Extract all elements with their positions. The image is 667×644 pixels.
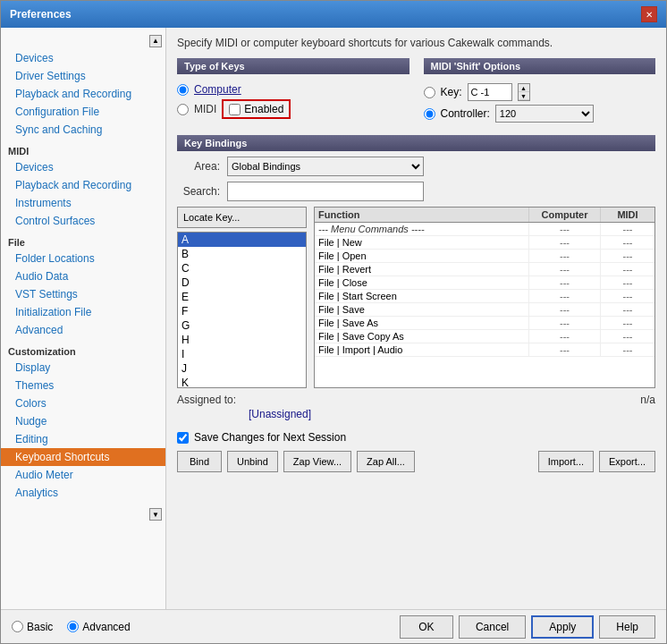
sidebar-item[interactable]: Display — [1, 359, 165, 377]
key-radio[interactable] — [424, 87, 435, 98]
midi-shift-options: Key: ▲ ▼ Controller: 120 — [424, 80, 656, 126]
bottom-buttons: OK Cancel Apply Help — [400, 615, 655, 639]
main-panel: Specify MIDI or computer keyboard shortc… — [166, 28, 666, 609]
sidebar-item[interactable]: Audio Data — [1, 267, 165, 285]
computer-radio-row: Computer — [177, 83, 409, 96]
bind-button[interactable]: Bind — [177, 451, 222, 472]
import-button[interactable]: Import... — [538, 451, 594, 472]
spin-down[interactable]: ▼ — [519, 92, 529, 100]
save-row: Save Changes for Next Session — [177, 431, 655, 444]
type-of-keys-header: Type of Keys — [177, 58, 409, 74]
save-changes-checkbox[interactable] — [177, 432, 189, 444]
sidebar-item[interactable]: Analytics — [1, 484, 165, 502]
keys-listbox-item[interactable]: H — [178, 333, 306, 347]
table-row[interactable]: File | Import | Audio------ — [315, 343, 654, 357]
area-select[interactable]: Global Bindings — [227, 157, 424, 176]
sidebar-item[interactable]: Colors — [1, 394, 165, 412]
sidebar-item[interactable]: Instruments — [1, 194, 165, 212]
sidebar-item[interactable]: Devices — [1, 158, 165, 176]
keys-listbox-item[interactable]: G — [178, 318, 306, 333]
sidebar-item[interactable]: Nudge — [1, 412, 165, 430]
table-header-row: Function Computer MIDI — [315, 208, 654, 223]
assigned-row: Assigned to: n/a — [177, 394, 655, 406]
controller-select[interactable]: 120 — [495, 105, 594, 123]
td-midi: --- — [601, 276, 654, 289]
key-input[interactable] — [468, 83, 512, 101]
help-button[interactable]: Help — [599, 615, 655, 639]
keys-listbox-item[interactable]: A — [178, 233, 306, 247]
save-changes-label[interactable]: Save Changes for Next Session — [194, 431, 346, 444]
table-row[interactable]: File | Open------ — [315, 250, 654, 263]
td-computer: --- — [529, 250, 601, 262]
keys-listbox-item[interactable]: I — [178, 347, 306, 361]
keys-listbox-item[interactable]: B — [178, 247, 306, 261]
keys-listbox[interactable]: ABCDEFGHIJKLM — [177, 232, 307, 388]
sidebar-item[interactable]: Editing — [1, 430, 165, 448]
enabled-checkbox[interactable] — [229, 104, 241, 115]
td-midi: --- — [601, 236, 654, 249]
keys-listbox-item[interactable]: D — [178, 275, 306, 290]
sidebar-item[interactable]: Control Surfaces — [1, 212, 165, 230]
sidebar-item[interactable]: Sync and Caching — [1, 121, 165, 139]
advanced-label: Advanced — [82, 621, 130, 633]
keys-listbox-item[interactable]: C — [178, 261, 306, 275]
key-spinner[interactable]: ▲ ▼ — [518, 83, 530, 101]
computer-radio[interactable] — [177, 84, 189, 96]
sidebar-item-keyboard-shortcuts[interactable]: Keyboard Shortcuts — [1, 448, 165, 466]
sidebar-item[interactable]: Driver Settings — [1, 67, 165, 85]
td-function: File | Revert — [315, 263, 529, 275]
td-midi: --- — [601, 343, 654, 356]
controller-radio[interactable] — [424, 108, 435, 120]
table-row[interactable]: File | Close------ — [315, 276, 654, 290]
apply-button[interactable]: Apply — [531, 615, 594, 639]
keys-listbox-item[interactable]: J — [178, 361, 306, 376]
midi-radio-label[interactable]: MIDI — [194, 103, 216, 115]
keys-listbox-item[interactable]: E — [178, 290, 306, 304]
keys-listbox-item[interactable]: K — [178, 376, 306, 388]
close-button[interactable]: ✕ — [641, 6, 657, 22]
sidebar-scroll-down[interactable]: ▼ — [149, 508, 162, 521]
sidebar-item[interactable]: Playback and Recording — [1, 176, 165, 194]
td-computer: --- — [529, 263, 601, 275]
sidebar-item[interactable]: Audio Meter — [1, 466, 165, 484]
assigned-value: [Unassigned] — [249, 408, 311, 420]
sidebar-item[interactable]: Advanced — [1, 321, 165, 339]
td-computer: --- — [529, 330, 601, 343]
sidebar-item[interactable]: Playback and Recording — [1, 85, 165, 103]
midi-radio[interactable] — [177, 104, 189, 115]
ok-button[interactable]: OK — [400, 615, 453, 639]
zap-view-button[interactable]: Zap View... — [283, 451, 351, 472]
table-row[interactable]: File | Start Screen------ — [315, 290, 654, 303]
table-row[interactable]: File | Save------ — [315, 303, 654, 317]
sidebar-item[interactable]: Folder Locations — [1, 250, 165, 267]
cancel-button[interactable]: Cancel — [459, 615, 526, 639]
zap-all-button[interactable]: Zap All... — [357, 451, 415, 472]
table-row[interactable]: File | Revert------ — [315, 263, 654, 276]
table-scroll[interactable]: --- Menu Commands ----------File | New--… — [315, 223, 654, 387]
basic-radio[interactable] — [12, 621, 23, 632]
table-row[interactable]: File | Save As------ — [315, 317, 654, 330]
locate-key-button[interactable]: Locate Key... — [177, 207, 307, 228]
td-function: File | New — [315, 236, 529, 249]
spin-up[interactable]: ▲ — [519, 84, 529, 92]
unbind-button[interactable]: Unbind — [227, 451, 278, 472]
sidebar-section-midi: MIDI — [1, 142, 165, 158]
sidebar-item[interactable]: Initialization File — [1, 303, 165, 321]
advanced-radio[interactable] — [67, 621, 79, 632]
function-table-panel: Function Computer MIDI --- Menu Commands… — [314, 207, 655, 388]
table-row[interactable]: --- Menu Commands ---------- — [315, 223, 654, 236]
table-row[interactable]: File | Save Copy As------ — [315, 330, 654, 343]
td-midi: --- — [601, 223, 654, 235]
sidebar-item[interactable]: Configuration File — [1, 103, 165, 121]
sidebar-item[interactable]: Themes — [1, 377, 165, 394]
export-button[interactable]: Export... — [599, 451, 655, 472]
enabled-label[interactable]: Enabled — [244, 103, 283, 115]
sidebar-scroll-up[interactable]: ▲ — [149, 35, 162, 47]
keys-listbox-item[interactable]: F — [178, 304, 306, 318]
search-input[interactable] — [227, 182, 424, 201]
left-list-panel: Locate Key... ABCDEFGHIJKLM — [177, 207, 307, 388]
sidebar-item[interactable]: Devices — [1, 49, 165, 67]
table-row[interactable]: File | New------ — [315, 236, 654, 250]
computer-radio-label[interactable]: Computer — [194, 83, 241, 96]
sidebar-item[interactable]: VST Settings — [1, 285, 165, 303]
